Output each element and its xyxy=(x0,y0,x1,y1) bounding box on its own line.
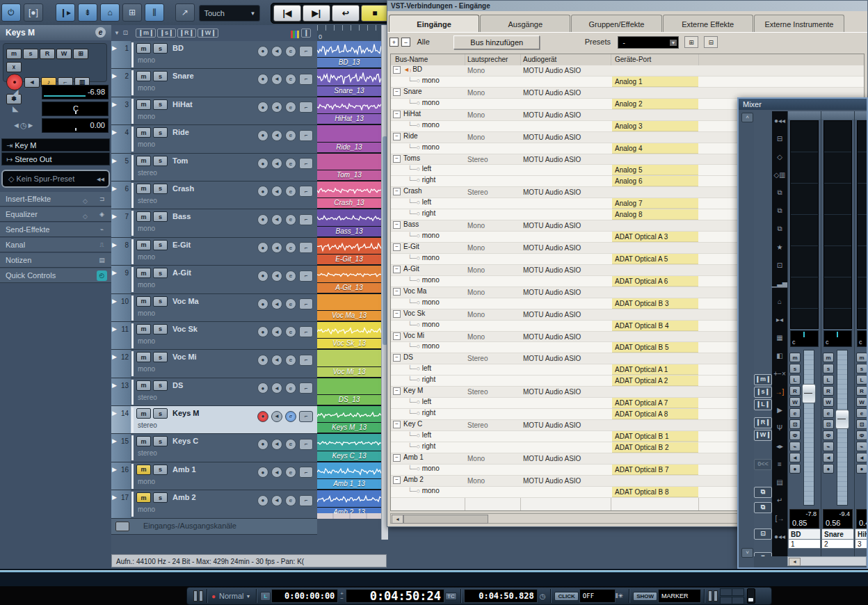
strip-button-m[interactable]: m xyxy=(823,353,834,362)
inspector-button-R[interactable]: R xyxy=(40,49,55,59)
mute-button[interactable]: m xyxy=(136,71,151,81)
device-port-cell[interactable]: ADAT Optical A 8 xyxy=(612,409,698,419)
mixer-tool-icon-22[interactable]: [→ xyxy=(772,509,787,527)
mute-button[interactable]: m xyxy=(136,43,151,54)
edit-channel-icon[interactable]: e xyxy=(285,495,296,506)
info-toggle-button[interactable]: ❙ xyxy=(301,29,311,38)
lock-icon[interactable]: ⌐ xyxy=(299,158,313,169)
record-enable-icon[interactable]: ● xyxy=(257,214,268,225)
strip-button-e[interactable]: e xyxy=(856,408,867,418)
collapse-icon[interactable]: − xyxy=(393,354,401,362)
mute-button[interactable]: m xyxy=(136,156,151,166)
bus-audio-device[interactable]: MOTU Audio ASIO xyxy=(523,188,581,196)
tab-eing-nge[interactable]: Eingänge xyxy=(389,15,479,33)
bus-audio-device[interactable]: MOTU Audio ASIO xyxy=(523,266,581,274)
track-row-tom[interactable]: ▶5msTom●◄e⌐stereo xyxy=(111,154,317,182)
strip-button-m[interactable]: m xyxy=(789,353,801,362)
monitor-icon[interactable]: ◄ xyxy=(271,242,282,253)
track-row-keys-c[interactable]: ▶15msKeys C●◄e⌐stereo xyxy=(111,434,317,462)
edit-channel-icon[interactable]: e xyxy=(285,467,296,478)
strip-value-display[interactable]: 0.4 xyxy=(856,509,867,529)
monitor-icon[interactable]: ◄ xyxy=(271,439,282,450)
device-port-cell[interactable]: Analog 3 xyxy=(612,121,698,131)
record-enable-icon[interactable]: ● xyxy=(257,158,268,169)
tab-externe-effekte[interactable]: Externe Effekte xyxy=(663,15,753,33)
mixer-tool-icon-20[interactable]: ▤ xyxy=(772,473,787,491)
strip-button-●[interactable]: ● xyxy=(856,464,867,474)
track-row-a-git[interactable]: ▶9msA-Git●◄e⌐mono xyxy=(111,266,317,293)
audio-event-voc-mi-13[interactable]: Voc Mi_13 xyxy=(317,350,381,378)
strip-button-R[interactable]: R xyxy=(856,386,867,396)
audio-event-e-git-13[interactable]: E-Git_13 xyxy=(317,238,381,266)
solo-button[interactable]: s xyxy=(153,211,168,222)
input-routing-field[interactable]: ⇥ Key M xyxy=(1,138,110,152)
output-routing-field[interactable]: ↦ Stereo Out xyxy=(1,152,110,166)
strip-button-e[interactable]: e xyxy=(823,408,834,418)
goto-start-button[interactable]: |◀ xyxy=(273,5,301,22)
mute-button[interactable]: m xyxy=(136,296,151,307)
collapse-icon[interactable]: − xyxy=(393,155,401,163)
strip-button-⌁[interactable]: ⌁ xyxy=(823,442,834,451)
preset-arrows-icon[interactable]: ◂◂ xyxy=(97,171,104,186)
strip-button-s[interactable]: s xyxy=(789,364,801,373)
device-port-cell[interactable]: ADAT Optical B 4 xyxy=(612,321,698,331)
audio-event-keys-c-13[interactable]: Keys C_13 xyxy=(317,434,381,462)
mixer-tool-icon-14[interactable]: +−× xyxy=(772,364,787,382)
record-enable-icon[interactable]: ● xyxy=(257,74,268,85)
mixer-tool-icon-12[interactable]: ▦ xyxy=(772,328,787,346)
scroll-down-icon[interactable]: ˅ xyxy=(741,548,753,558)
edit-channel-icon[interactable]: e xyxy=(285,214,296,225)
strip-button-Φ[interactable]: Φ xyxy=(856,430,867,440)
mixer-tool-icon-4[interactable]: ⧉ xyxy=(772,184,787,202)
strip-button-◄[interactable]: ◄ xyxy=(856,453,867,462)
solo-button[interactable]: s xyxy=(153,492,168,503)
transport-left-button[interactable] xyxy=(193,590,198,602)
monitor-icon[interactable]: ◄ xyxy=(271,46,282,57)
strip-button-⊡[interactable]: ⊡ xyxy=(789,419,801,429)
strip-button-W[interactable]: W xyxy=(823,397,834,407)
primary-time-display[interactable]: 0:04:50:24 xyxy=(346,589,444,603)
chevron-down-icon[interactable]: ▼ xyxy=(114,30,120,36)
collapse-icon[interactable]: − xyxy=(393,476,401,484)
global-W-button[interactable]: ❙W❙ xyxy=(198,29,218,38)
collapse-icon[interactable]: − xyxy=(393,221,401,229)
chevron-down-icon[interactable]: ▼ xyxy=(246,594,251,599)
inspector-button-⊞[interactable]: ⊞ xyxy=(73,49,88,59)
record-enable-icon[interactable]: ● xyxy=(257,46,268,57)
strip-button-L[interactable]: L xyxy=(789,375,801,385)
solo-button[interactable]: s xyxy=(153,184,168,194)
audio-event-tom-13[interactable]: Tom_13 xyxy=(317,154,381,182)
record-enable-icon[interactable]: ● xyxy=(257,186,268,197)
channel-name-label[interactable]: BD xyxy=(788,529,821,539)
tab-ausg-nge[interactable]: Ausgänge xyxy=(480,15,570,33)
mixer-horizontal-scrollbar[interactable]: ◂ xyxy=(787,556,867,566)
locator-button[interactable]: L xyxy=(260,592,271,601)
mixer-tool-icon-0[interactable]: ●◂◂ xyxy=(772,111,787,129)
mute-button[interactable]: m xyxy=(136,324,151,334)
record-enable-icon[interactable]: ● xyxy=(257,439,268,450)
bus-audio-device[interactable]: MOTU Audio ASIO xyxy=(523,222,581,229)
mute-button[interactable]: m xyxy=(136,465,151,475)
mute-button[interactable]: m xyxy=(136,268,151,278)
track-preset-field[interactable]: ◇ Kein Spur-Preset ◂◂ xyxy=(1,170,110,188)
mute-button[interactable]: m xyxy=(136,99,151,110)
bus-audio-device[interactable]: MOTU Audio ASIO xyxy=(523,89,581,97)
tab-externe-instrumente[interactable]: Externe Instrumente xyxy=(754,15,844,33)
collapse-all-button[interactable]: − xyxy=(401,38,410,47)
lock-icon[interactable]: ⌐ xyxy=(299,102,313,113)
mixer-tool-icon-19[interactable]: ≡ xyxy=(772,455,787,473)
mixer-tool-icon-5[interactable]: ⧉ xyxy=(772,202,787,220)
inspector-section-insert-effekte[interactable]: Insert-Effekte◇⊐ xyxy=(0,192,111,207)
locator-time-display[interactable]: 0:00:00:00 xyxy=(271,589,338,603)
strip-button-◄[interactable]: ◄ xyxy=(789,453,801,462)
goto-end-button[interactable]: ▶| xyxy=(303,5,330,22)
strip-button-Φ[interactable]: Φ xyxy=(789,430,801,440)
mute-button[interactable]: m xyxy=(136,352,151,362)
collapse-icon[interactable]: − xyxy=(393,66,401,74)
autoscroll-button[interactable]: ❙▸ xyxy=(56,3,75,22)
lock-icon[interactable]: ⌐ xyxy=(299,411,313,422)
mixer-tool-icon-10[interactable]: ⌂ xyxy=(772,292,787,310)
bus-audio-device[interactable]: MOTU Audio ASIO xyxy=(523,156,581,163)
strip-button-s[interactable]: s xyxy=(856,364,867,373)
device-port-cell[interactable]: Analog 1 xyxy=(612,76,698,87)
